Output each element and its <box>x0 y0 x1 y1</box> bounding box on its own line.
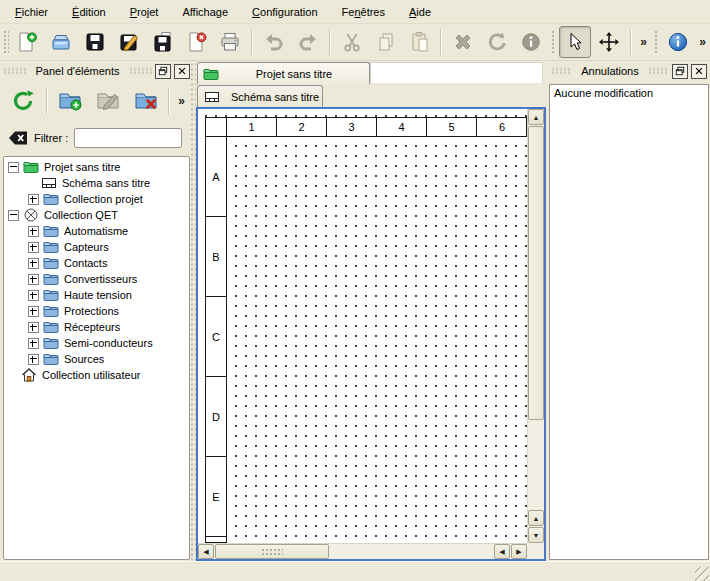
undo-history-item[interactable]: Aucune modification <box>550 85 708 101</box>
save-all-icon <box>152 31 174 53</box>
toolbar-overflow-button[interactable]: » <box>695 35 710 49</box>
save-all-button[interactable] <box>147 26 179 58</box>
filter-row: Filtrer : <box>0 122 201 154</box>
toolbar-handle[interactable] <box>2 29 9 55</box>
expand-icon[interactable] <box>28 274 39 285</box>
vertical-scroll-thumb[interactable] <box>528 126 544 420</box>
tree-item-projet-sans-titre[interactable]: Projet sans titre <box>4 159 189 175</box>
close-panel-button[interactable] <box>691 64 707 79</box>
elements-panel-titlebar[interactable]: Panel d'éléments <box>0 60 193 82</box>
diagram-view[interactable]: 123456 ABCDE ▲ ▲ ▼ ◀ ◀ ▶ <box>196 107 546 561</box>
tree-item-schema-sans-titre[interactable]: Schéma sans titre <box>4 175 189 191</box>
scroll-up-button[interactable]: ▲ <box>528 109 544 125</box>
filter-input[interactable] <box>74 128 182 148</box>
menu-fichier[interactable]: Fichier <box>3 3 60 21</box>
tree-item-haute-tension[interactable]: Haute tension <box>4 287 189 303</box>
menu-affichage[interactable]: Affichage <box>170 3 240 21</box>
tree-item-automatisme[interactable]: Automatisme <box>4 223 189 239</box>
copy-button[interactable] <box>370 26 402 58</box>
frame-row-header: ABCDE <box>205 136 227 543</box>
menu-projet[interactable]: Projet <box>118 3 171 21</box>
undo-button[interactable] <box>258 26 290 58</box>
float-panel-button[interactable] <box>155 64 171 79</box>
scroll-up-button-2[interactable]: ▲ <box>528 510 544 526</box>
cut-button[interactable] <box>336 26 368 58</box>
menu-configuration[interactable]: Configuration <box>240 3 329 21</box>
tab-project[interactable]: Projet sans titre <box>197 62 370 84</box>
move-button[interactable] <box>593 26 625 58</box>
expand-icon[interactable] <box>28 242 39 253</box>
undo-panel-titlebar[interactable]: Annulations <box>548 60 710 82</box>
diagram-scene[interactable]: 123456 ABCDE <box>198 109 527 543</box>
tree-item-contacts[interactable]: Contacts <box>4 255 189 271</box>
info-button[interactable] <box>515 26 547 58</box>
rotate-button[interactable] <box>481 26 513 58</box>
expand-icon[interactable] <box>28 226 39 237</box>
left-splitter-handle[interactable] <box>189 60 196 561</box>
tree-item-semi-conducteurs[interactable]: Semi-conducteurs <box>4 335 189 351</box>
scroll-right-button[interactable]: ▶ <box>511 544 527 559</box>
toolbar-overflow-button[interactable]: » <box>636 35 651 49</box>
undo-icon <box>263 31 285 53</box>
horizontal-scroll-thumb[interactable] <box>215 544 329 559</box>
expand-icon[interactable] <box>28 194 39 205</box>
collapse-icon[interactable] <box>8 210 19 221</box>
close-panel-button[interactable] <box>174 64 190 79</box>
expand-icon[interactable] <box>28 338 39 349</box>
print-button[interactable] <box>215 26 247 58</box>
select-arrow-icon <box>564 31 586 53</box>
about-qet-button[interactable] <box>662 26 694 58</box>
vertical-scrollbar[interactable]: ▲ ▲ ▼ <box>527 109 544 543</box>
resize-grip[interactable] <box>695 567 709 581</box>
tree-item-sources[interactable]: Sources <box>4 351 189 367</box>
elements-panel: Panel d'éléments » Filtrer : Projet sans… <box>0 60 193 561</box>
menu-edition[interactable]: Édition <box>60 3 118 21</box>
tree-item-collection-qet[interactable]: Collection QET <box>4 207 189 223</box>
horizontal-scrollbar[interactable]: ◀ ◀ ▶ <box>198 543 527 559</box>
tree-item-label: Haute tension <box>64 287 132 303</box>
tree-item-capteurs[interactable]: Capteurs <box>4 239 189 255</box>
edit-category-button[interactable] <box>90 84 126 118</box>
new-file-button[interactable] <box>12 26 44 58</box>
paste-button[interactable] <box>404 26 436 58</box>
redo-button[interactable] <box>292 26 324 58</box>
tree-item-protections[interactable]: Protections <box>4 303 189 319</box>
open-button[interactable] <box>45 26 77 58</box>
expand-icon[interactable] <box>28 306 39 317</box>
info-icon <box>520 31 542 53</box>
toolbar-overflow-button[interactable]: » <box>174 94 189 108</box>
scroll-left-button[interactable]: ◀ <box>198 544 214 559</box>
tree-item-convertisseurs[interactable]: Convertisseurs <box>4 271 189 287</box>
tree-item-collection-projet[interactable]: Collection projet <box>4 191 189 207</box>
collapse-icon[interactable] <box>8 162 19 173</box>
expand-icon[interactable] <box>28 258 39 269</box>
delete-category-button[interactable] <box>128 84 164 118</box>
save-as-button[interactable] <box>113 26 145 58</box>
menu-aide[interactable]: Aide <box>397 3 443 21</box>
expand-icon[interactable] <box>28 322 39 333</box>
expand-icon[interactable] <box>28 354 39 365</box>
tree-item-collection-utilisateur[interactable]: Collection utilisateur <box>4 367 189 383</box>
tree-item-label: Protections <box>64 303 119 319</box>
new-category-button[interactable] <box>53 84 89 118</box>
save-button[interactable] <box>79 26 111 58</box>
close-file-button[interactable] <box>181 26 213 58</box>
delete-button[interactable] <box>447 26 479 58</box>
expand-icon[interactable] <box>28 290 39 301</box>
toolbar-handle[interactable] <box>550 29 557 55</box>
select-arrow-button[interactable] <box>559 26 591 58</box>
tree-item-recepteurs[interactable]: Récepteurs <box>4 319 189 335</box>
menu-fenetres[interactable]: Fenêtres <box>330 3 397 21</box>
folder-icon <box>43 351 59 367</box>
reload-button[interactable] <box>5 84 41 118</box>
main-toolbar: »» <box>0 24 710 61</box>
undo-history-list[interactable]: Aucune modification <box>549 84 709 560</box>
scroll-left-button-2[interactable]: ◀ <box>494 544 510 559</box>
scroll-down-button[interactable]: ▼ <box>528 527 544 543</box>
float-panel-button[interactable] <box>672 64 688 79</box>
toolbar-handle[interactable] <box>653 29 660 55</box>
schema-tab-label: Schéma sans titre <box>231 91 319 103</box>
toolbar-separator <box>251 29 253 55</box>
clear-filter-icon[interactable] <box>8 130 28 146</box>
tab-schema[interactable]: Schéma sans titre <box>197 85 323 107</box>
